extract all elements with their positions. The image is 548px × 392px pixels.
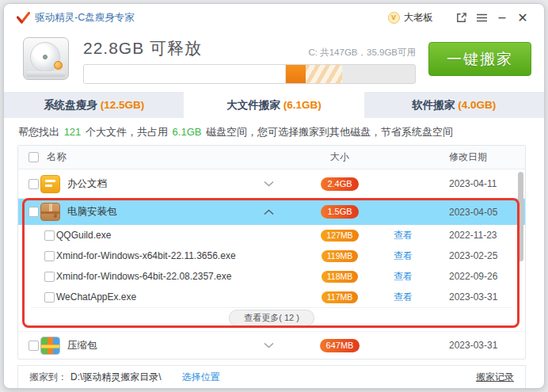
- archive-icon: [40, 337, 60, 355]
- show-more-button[interactable]: 查看更多( 12 ): [229, 310, 314, 326]
- choose-location-link[interactable]: 选择位置: [182, 371, 220, 384]
- view-link[interactable]: 查看: [394, 291, 413, 303]
- row-checkbox[interactable]: [44, 230, 55, 241]
- file-row[interactable]: Xmind-for-Windows-64bit-22.08.2357.exe 1…: [18, 266, 525, 287]
- footer-bar: 搬家到： D:\驱动精灵搬家目录\ 选择位置 搬家记录: [17, 365, 526, 389]
- move-to-label: 搬家到：: [29, 371, 67, 384]
- freeable-amount: 22.8GB 可释放: [83, 37, 202, 59]
- app-logo-icon: [17, 12, 30, 24]
- select-all-checkbox[interactable]: [29, 152, 39, 162]
- close-button[interactable]: ✕: [512, 8, 533, 27]
- file-row[interactable]: QQGuild.exe 127MB 查看 2022-11-23: [18, 225, 525, 245]
- scrollbar-thumb[interactable]: [518, 172, 523, 261]
- app-title: 驱动精灵-C盘瘦身专家: [35, 11, 135, 25]
- feedback-icon[interactable]: [451, 8, 471, 27]
- view-link[interactable]: 查看: [394, 271, 413, 282]
- col-header-size: 大小: [302, 150, 378, 164]
- one-key-move-button[interactable]: 一键搬家: [428, 42, 531, 76]
- bar-releasable-segment: [286, 65, 306, 83]
- group-row-installers[interactable]: # 电脑安装包 1.5GB 2023-04-05: [18, 199, 525, 225]
- view-link[interactable]: 查看: [394, 250, 413, 261]
- size-badge: 647MB: [320, 339, 360, 352]
- row-checkbox[interactable]: [29, 179, 39, 189]
- row-checkbox[interactable]: [44, 251, 55, 261]
- title-bar: 驱动精灵-C盘瘦身专家 V 大老板 – ✕: [4, 4, 544, 31]
- size-badge: 118MB: [322, 271, 359, 283]
- row-checkbox[interactable]: [29, 341, 39, 351]
- group-row-archives[interactable]: 压缩包 647MB 2023-03-31: [18, 331, 525, 359]
- row-checkbox[interactable]: [44, 292, 55, 303]
- chevron-down-icon[interactable]: [254, 181, 283, 187]
- bar-used-segment: [84, 65, 286, 83]
- move-history-link[interactable]: 搬家记录: [476, 371, 514, 384]
- summary-line: 帮您找出 121 个大文件，共占用 6.1GB 磁盘空间，您可选择搬家到其他磁盘…: [4, 118, 544, 145]
- tab-system-slim[interactable]: 系统盘瘦身 (12.5GB): [4, 92, 184, 118]
- hard-drive-icon: [23, 37, 69, 80]
- size-badge: 2.4GB: [321, 177, 358, 191]
- file-row[interactable]: Xmind-for-Windows-x64bit-22.11.3656.exe …: [18, 245, 525, 266]
- row-checkbox[interactable]: [29, 207, 39, 217]
- account-name[interactable]: 大老板: [404, 11, 434, 25]
- size-badge: 127MB: [321, 230, 358, 242]
- target-path: D:\驱动精灵搬家目录\: [70, 371, 162, 384]
- big-files-table: 名称 大小 修改日期 办公文档 2.4GB 2023-04-11 # 电脑安装包: [17, 145, 526, 360]
- app-window: 驱动精灵-C盘瘦身专家 V 大老板 – ✕ 22.8GB 可释放 C: 共147…: [3, 3, 545, 389]
- minimize-button[interactable]: –: [492, 8, 512, 27]
- tab-strip: 系统盘瘦身 (12.5GB) 大文件搬家 (6.1GB) 软件搬家 (4.0GB…: [4, 92, 544, 118]
- header: 22.8GB 可释放 C: 共147GB，35.9GB可用 一键搬家: [4, 31, 544, 92]
- bar-movable-segment: [306, 65, 342, 83]
- size-badge: 1.5GB: [321, 205, 358, 219]
- document-icon: [40, 175, 60, 193]
- col-header-date: 修改日期: [428, 150, 525, 164]
- disk-usage-bar: [83, 64, 416, 84]
- size-badge: 117MB: [322, 291, 359, 303]
- disk-usage-info: C: 共147GB，35.9GB可用: [309, 47, 417, 59]
- row-checkbox[interactable]: [44, 272, 55, 282]
- vip-badge-icon: V: [388, 12, 400, 24]
- chevron-down-icon[interactable]: [254, 342, 283, 348]
- size-badge: 119MB: [322, 250, 359, 262]
- view-link[interactable]: 查看: [394, 230, 413, 241]
- table-header-row: 名称 大小 修改日期: [18, 146, 525, 169]
- menu-icon[interactable]: [471, 8, 492, 27]
- tab-big-files[interactable]: 大文件搬家 (6.1GB): [184, 92, 363, 118]
- group-row-documents[interactable]: 办公文档 2.4GB 2023-04-11: [18, 169, 525, 199]
- show-more-row: 查看更多( 12 ): [31, 307, 512, 327]
- chevron-up-icon[interactable]: [254, 209, 283, 215]
- file-row[interactable]: WeChatAppEx.exe 117MB 查看 2023-03-31: [18, 287, 525, 307]
- col-header-name: 名称: [40, 150, 302, 164]
- file-count: 121: [63, 126, 83, 138]
- total-size: 6.1GB: [171, 126, 204, 138]
- tab-software-move[interactable]: 软件搬家 (4.0GB): [364, 92, 544, 118]
- package-icon: #: [40, 203, 60, 221]
